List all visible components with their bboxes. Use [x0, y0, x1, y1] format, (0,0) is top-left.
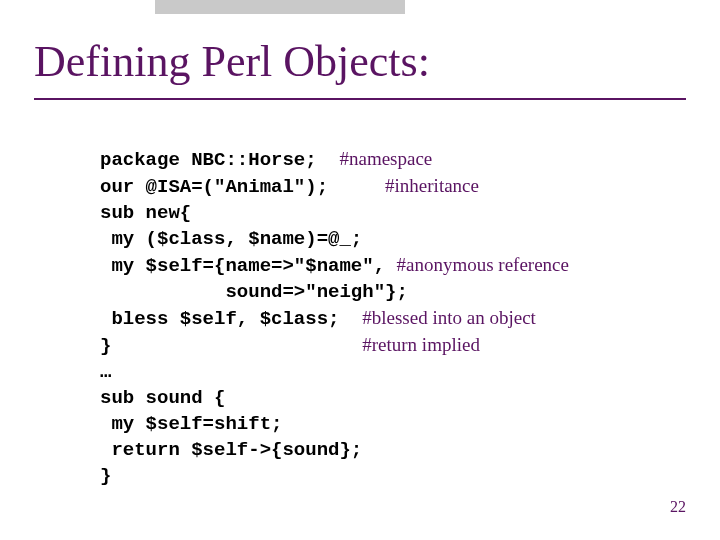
- code-line-13-kw: }: [100, 465, 111, 487]
- code-line-1-cmt: #namespace: [339, 148, 432, 169]
- title-underline: [34, 98, 686, 100]
- code-line-8-pad: [111, 335, 362, 357]
- code-line-2-kw: our @ISA=("Animal");: [100, 176, 328, 198]
- slide: Defining Perl Objects: package NBC::Hors…: [0, 0, 720, 540]
- code-line-6-kw: sound=>"neigh"};: [100, 281, 408, 303]
- slide-title: Defining Perl Objects:: [34, 36, 430, 87]
- decorative-bar: [155, 0, 405, 14]
- code-line-8-cmt: #return implied: [362, 334, 480, 355]
- code-line-1-pad: [317, 149, 340, 171]
- code-line-12-kw: return $self->{sound};: [100, 439, 362, 461]
- code-line-10-kw: sub sound {: [100, 387, 225, 409]
- code-line-1-kw: package NBC::Horse;: [100, 149, 317, 171]
- page-number: 22: [670, 498, 686, 516]
- code-line-7-pad: [339, 308, 362, 330]
- code-line-5-kw: my $self={name=>"$name",: [100, 255, 396, 277]
- code-line-11-kw: my $self=shift;: [100, 413, 282, 435]
- code-line-8-kw: }: [100, 335, 111, 357]
- code-line-4-kw: my ($class, $name)=@_;: [100, 228, 362, 250]
- code-line-5-cmt: #anonymous reference: [396, 254, 569, 275]
- code-line-2-pad: [328, 176, 385, 198]
- code-block: package NBC::Horse; #namespace our @ISA=…: [100, 146, 569, 489]
- code-line-7-cmt: #blessed into an object: [362, 307, 536, 328]
- code-line-3-kw: sub new{: [100, 202, 191, 224]
- code-line-2-cmt: #inheritance: [385, 175, 479, 196]
- code-line-9-kw: …: [100, 361, 111, 383]
- code-line-7-kw: bless $self, $class;: [100, 308, 339, 330]
